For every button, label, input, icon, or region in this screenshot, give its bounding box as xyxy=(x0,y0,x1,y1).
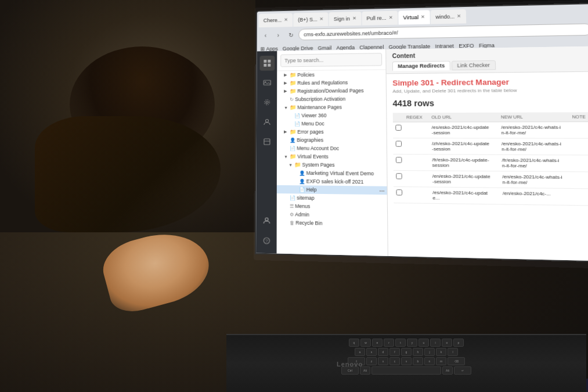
sidebar-content-icon[interactable] xyxy=(259,56,275,71)
tree-item-systempages[interactable]: ▼ 📁 System Pages xyxy=(277,160,387,169)
key[interactable]: j xyxy=(424,348,435,356)
key[interactable]: h xyxy=(413,348,423,356)
tab-4[interactable]: Pull re... ✕ xyxy=(362,10,398,25)
sidebar-members-icon[interactable] xyxy=(259,114,274,130)
sidebar-packages-icon[interactable] xyxy=(259,134,274,149)
admin-icon: ⚙ xyxy=(290,211,294,217)
tab-6-label: windo... xyxy=(435,13,454,20)
sidebar-settings-icon[interactable] xyxy=(259,95,275,110)
row-checkbox[interactable] xyxy=(394,170,405,186)
tree-item-label: Rules and Regulations xyxy=(297,80,348,86)
col-note: NOTE xyxy=(569,112,588,121)
key[interactable]: g xyxy=(401,348,412,356)
content-header: Content Manage Redirects Link Checker xyxy=(386,46,588,74)
row-old-url: /fr/esko-2021/c4c-update-session xyxy=(430,154,493,171)
sidebar-media-icon[interactable] xyxy=(259,75,275,90)
backspace-key[interactable]: ⌫ xyxy=(448,357,465,365)
more-options-icon[interactable]: ••• xyxy=(380,188,385,193)
key[interactable]: f xyxy=(389,348,400,356)
tab-4-close[interactable]: ✕ xyxy=(389,15,393,20)
address-input[interactable] xyxy=(298,23,588,40)
row-note xyxy=(570,138,588,155)
tree-item-subscription[interactable]: ↻ Subscription Activation xyxy=(277,95,386,103)
tab-6-close[interactable]: ✕ xyxy=(457,13,461,19)
tree-item-biographies[interactable]: 👤 Biographies xyxy=(277,136,387,145)
key[interactable]: y xyxy=(407,339,417,347)
tree-item-maintenance[interactable]: ▼ 📁 Maintenance Pages xyxy=(277,103,386,112)
tab-link-checker[interactable]: Link Checker xyxy=(452,60,496,70)
key[interactable]: k xyxy=(436,348,446,356)
svg-text:?: ? xyxy=(265,239,268,244)
tree-item-label: sitemap xyxy=(297,195,314,201)
key[interactable]: z xyxy=(366,357,377,365)
key-row-4: Ctrl Alt Alt ↵ xyxy=(233,366,579,375)
tab-5-close[interactable]: ✕ xyxy=(421,15,425,20)
key[interactable]: q xyxy=(349,339,359,347)
enter-key[interactable]: ↵ xyxy=(454,366,471,375)
tree-item-menuaccountdoc[interactable]: 📄 Menu Account Doc xyxy=(277,144,387,153)
key[interactable]: s xyxy=(366,348,377,356)
alt-key[interactable]: Alt xyxy=(360,366,370,375)
row-checkbox[interactable] xyxy=(394,186,405,203)
key[interactable]: v xyxy=(401,357,412,365)
forward-button[interactable]: › xyxy=(273,30,283,40)
alt-key-r[interactable]: Alt xyxy=(442,366,453,375)
key[interactable]: m xyxy=(436,357,446,365)
tab-2-close[interactable]: ✕ xyxy=(320,16,324,21)
row-checkbox[interactable] xyxy=(393,122,404,138)
key[interactable]: d xyxy=(378,348,388,356)
key[interactable]: l xyxy=(448,348,458,356)
refresh-icon: ↻ xyxy=(290,96,294,102)
tab-1[interactable]: Chere... ✕ xyxy=(259,13,293,27)
key[interactable]: w xyxy=(360,339,371,347)
key[interactable]: u xyxy=(419,339,429,347)
arrow-icon: ▼ xyxy=(284,154,288,159)
redirect-title: Simple 301 - Redirect Manager xyxy=(392,77,588,87)
redirect-content: Simple 301 - Redirect Manager Add, Updat… xyxy=(387,72,588,261)
col-new-url: NEW URL xyxy=(498,112,563,122)
key[interactable]: n xyxy=(424,357,435,365)
tree-item-label: Policies xyxy=(297,72,315,78)
row-checkbox[interactable] xyxy=(394,154,405,171)
tab-1-close[interactable]: ✕ xyxy=(284,17,288,23)
tree-item-label: Help xyxy=(306,186,317,192)
redirect-table: REGEX OLD URL NEW URL NOTE /es/esko- xyxy=(393,112,588,206)
tree-item-rules[interactable]: ▶ 📁 Rules and Regulations xyxy=(277,78,386,87)
key[interactable]: x xyxy=(378,357,388,365)
tree-item-label: Menus xyxy=(295,203,310,210)
row-new-url: /fr/esko-2021/c4c-whats-in-it-for-me/ xyxy=(499,154,565,171)
tree-item-virtualevents[interactable]: ▼ 📁 Virtual Events xyxy=(277,152,387,161)
key[interactable]: o xyxy=(442,339,452,347)
back-button[interactable]: ‹ xyxy=(261,30,271,41)
key[interactable]: e xyxy=(372,339,383,347)
tree-item-menudoc[interactable]: 📄 Menu Doc xyxy=(277,120,387,128)
tree-item-recyclebin[interactable]: 🗑 Recycle Bin xyxy=(277,218,388,229)
key[interactable]: t xyxy=(395,339,406,347)
ctrl-key[interactable]: Ctrl xyxy=(341,366,359,375)
sidebar-help-icon[interactable]: ? xyxy=(259,233,274,249)
sidebar-users-icon[interactable] xyxy=(259,213,274,228)
tab-6[interactable]: windo... ✕ xyxy=(431,9,467,23)
refresh-button[interactable]: ↻ xyxy=(286,30,296,40)
screen-bezel: Chere... ✕ (B+) S... ✕ Sign in ✕ Pull re… xyxy=(255,3,588,262)
key[interactable]: i xyxy=(430,339,441,347)
svg-rect-9 xyxy=(264,139,269,145)
tab-manage-redirects[interactable]: Manage Redirects xyxy=(392,61,450,71)
row-checkbox[interactable] xyxy=(393,138,404,154)
row-old-url: /en/esko-2021/c4c-update-session xyxy=(430,171,493,188)
tree-search-input[interactable] xyxy=(280,53,382,67)
space-key[interactable] xyxy=(371,366,441,375)
tab-3-close[interactable]: ✕ xyxy=(352,16,356,21)
key[interactable]: a xyxy=(355,348,365,356)
tree-item-registration[interactable]: ▶ 📁 Registration/Download Pages xyxy=(277,87,386,95)
tree-item-viewer360[interactable]: 📄 Viewer 360 xyxy=(277,111,386,120)
tab-5[interactable]: Virtual ✕ xyxy=(398,10,430,24)
key[interactable]: r xyxy=(384,339,394,347)
cms-sidebar: ? xyxy=(256,51,277,254)
tab-3[interactable]: Sign in ✕ xyxy=(329,11,362,26)
key[interactable]: b xyxy=(413,357,423,365)
tree-item-errorpages[interactable]: ▶ 📁 Error pages xyxy=(277,128,387,136)
tab-2[interactable]: (B+) S... ✕ xyxy=(293,12,329,27)
key[interactable]: p xyxy=(453,339,464,347)
key[interactable]: c xyxy=(389,357,400,365)
